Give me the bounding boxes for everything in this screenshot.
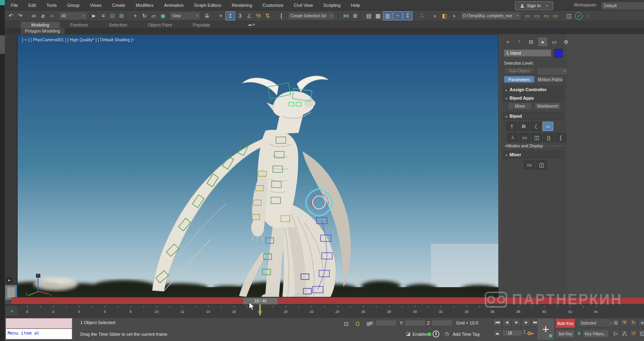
play-button[interactable]: ▶	[512, 319, 521, 327]
modify-tab-icon[interactable]: ◜	[515, 37, 524, 46]
biped-figure-mode-icon[interactable]: †	[506, 122, 517, 131]
ribbon-tab-modeling[interactable]: Modeling	[21, 22, 60, 28]
biped-motion-flow-mode-icon[interactable]: ζ	[530, 122, 541, 131]
current-frame-marker[interactable]	[259, 304, 261, 315]
menu-item-help[interactable]: Help	[346, 3, 366, 8]
utilities-tab-icon[interactable]: ⚙	[561, 37, 571, 46]
percent-snap-icon[interactable]: %	[254, 12, 263, 20]
render-production-icon[interactable]: ◑	[449, 12, 458, 20]
select-by-name-icon[interactable]: ≡	[99, 12, 108, 20]
menu-item-file[interactable]: File	[6, 3, 23, 8]
motion-paths-button[interactable]: Motion Paths	[537, 76, 563, 83]
set-key-button[interactable]: Set Key	[555, 329, 575, 338]
orbit-selected-icon[interactable]: ↺	[629, 329, 638, 337]
keyable-icon[interactable]: ⋔	[575, 330, 583, 337]
rect-selection-region-icon[interactable]: ⊡	[108, 12, 117, 20]
default-in-out-tangent-icon[interactable]	[527, 330, 534, 337]
snap-3d-icon[interactable]: 3	[236, 12, 244, 20]
y-coordinate-field[interactable]	[404, 320, 425, 326]
redo-icon[interactable]: ↷	[16, 12, 24, 20]
angle-snap-icon[interactable]: ∠	[245, 12, 254, 20]
pan-hand-icon[interactable]: Ψ	[620, 319, 629, 327]
ribbon-expand-arrow-icon[interactable]: ▶	[6, 277, 12, 283]
rendered-frame-window-icon[interactable]: ◧	[440, 12, 449, 20]
mixer-button[interactable]: Mixer	[508, 102, 532, 110]
current-frame-field[interactable]: 18	[502, 330, 522, 336]
asset-folder-open-icon[interactable]: ▭	[532, 12, 541, 20]
ribbon-toggle-icon[interactable]: ▥	[383, 11, 392, 20]
next-frame-button[interactable]: |▶	[522, 319, 530, 327]
save-scene-icon[interactable]: ◫	[565, 12, 573, 20]
asset-folder-search-icon[interactable]: ▭	[551, 12, 560, 20]
ribbon-tab-freeform[interactable]: Freeform	[60, 22, 99, 28]
schematic-view-icon[interactable]: ↧	[403, 11, 412, 20]
ribbon-display-toggle-icon[interactable]: ▬ ▾	[248, 22, 255, 27]
menu-item-civil-view[interactable]: Civil View	[288, 3, 318, 8]
modes-and-display-expander[interactable]: +Modes and Display	[505, 143, 564, 148]
layer-explorer-icon[interactable]: ▤	[364, 12, 373, 20]
menu-item-customize[interactable]: Customize	[257, 3, 288, 8]
ribbon-panel-title[interactable]: Polygon Modeling	[21, 28, 65, 35]
hierarchy-tab-icon[interactable]: ⊟	[526, 37, 536, 46]
parameters-button[interactable]: Parameters	[504, 76, 534, 83]
mirror-icon[interactable]: ⋈	[341, 12, 350, 20]
menu-item-animation[interactable]: Animation	[159, 3, 189, 8]
add-time-tag[interactable]: Add Time Tag	[453, 332, 479, 337]
dolly-icon[interactable]: ◈	[638, 319, 644, 327]
selection-region-status-icon[interactable]: ⊡	[342, 319, 351, 328]
biped-rollout[interactable]: Biped	[503, 112, 564, 120]
biped-curve-icon[interactable]: ∫	[555, 133, 566, 142]
biped-brackets-icon[interactable]: ()	[543, 133, 554, 142]
scene-explorer-icon[interactable]: ▦	[374, 12, 382, 20]
undo-icon[interactable]: ↶	[6, 12, 15, 20]
window-crossing-icon[interactable]: ⊞	[117, 12, 126, 20]
biped-load-walk-icon[interactable]: λ	[507, 133, 518, 142]
select-scale-icon[interactable]: ▱	[149, 12, 158, 20]
sign-in-button[interactable]: Sign In	[515, 1, 553, 10]
edit-named-selection-sets-icon[interactable]: {	[277, 12, 286, 20]
menu-item-rendering[interactable]: Rendering	[227, 3, 258, 8]
menu-item-edit[interactable]: Edit	[23, 3, 41, 8]
menu-item-views[interactable]: Views	[85, 3, 107, 8]
select-object-icon[interactable]: ►	[89, 12, 98, 20]
frame-spinner[interactable]: ▲ ▼	[523, 329, 526, 335]
go-to-start-button[interactable]: |◀◀	[493, 319, 502, 327]
sub-object-level-dropdown[interactable]	[537, 67, 568, 76]
use-pivot-center-icon[interactable]: ⇊	[203, 12, 211, 20]
menu-item-group[interactable]: Group	[62, 3, 85, 8]
orbit-icon[interactable]: ↻	[629, 319, 638, 327]
asset-folder-out-icon[interactable]: ▭	[542, 12, 551, 20]
sub-object-button[interactable]: Sub-Object	[504, 67, 534, 74]
selection-lock-icon[interactable]: Ω	[353, 319, 362, 328]
fov-icon[interactable]: ▷	[611, 329, 620, 337]
menu-item-scripting[interactable]: Scripting	[318, 3, 346, 8]
mini-curve-editor-button[interactable]: ≈	[5, 305, 18, 316]
select-manipulate-icon[interactable]: +	[216, 12, 225, 20]
zero-badge[interactable]: 0	[433, 331, 439, 337]
asset-folder-gear-icon[interactable]: ▭	[523, 12, 532, 20]
particle-view-icon[interactable]: ∴	[417, 12, 426, 20]
menu-item-tools[interactable]: Tools	[41, 3, 62, 8]
time-slider-track[interactable]	[11, 297, 644, 304]
menu-item-create[interactable]: Create	[107, 3, 130, 8]
snaps-toggle-icon[interactable]: ↥	[226, 11, 235, 20]
select-rotate-icon[interactable]: ↻	[140, 12, 149, 20]
time-tag-clock-icon[interactable]: ◷	[443, 330, 451, 337]
selection-filter-dropdown[interactable]: All	[59, 12, 87, 20]
viewport-label[interactable]: [ + ] [ PhysCamera001 ] [ High Quality* …	[22, 38, 132, 42]
selection-set-key-dropdown[interactable]: Selected	[578, 319, 615, 327]
mixer-save-icon[interactable]: ◫	[536, 160, 547, 169]
workbench-button[interactable]: Workbench	[534, 102, 561, 110]
mixer-rollout[interactable]: Mixer	[503, 151, 564, 158]
previous-frame-button[interactable]: ◀|	[502, 319, 511, 327]
set-keys-button[interactable]: +	[537, 318, 555, 340]
render-setup-icon[interactable]: ◐	[431, 12, 440, 20]
z-coordinate-field[interactable]	[432, 320, 453, 326]
biped-open-file-icon[interactable]: ▭	[519, 133, 530, 142]
biped-apps-rollout[interactable]: Biped Apps	[503, 94, 564, 102]
menu-item-modifiers[interactable]: Modifiers	[130, 3, 159, 8]
bind-to-space-warp-icon[interactable]: ≈	[48, 12, 57, 20]
select-place-icon[interactable]: ◉	[158, 12, 167, 20]
ribbon-tab-selection[interactable]: Selection	[98, 22, 137, 28]
unlink-selection-icon[interactable]: ⌀	[39, 12, 47, 20]
